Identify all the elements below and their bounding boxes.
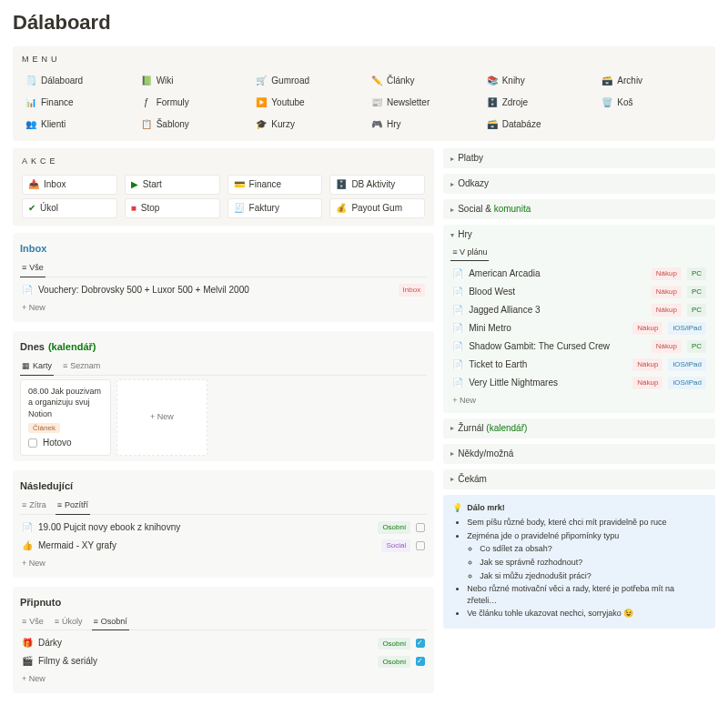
- nasledujici-title: Následující: [20, 476, 427, 497]
- page-icon: 📄: [452, 358, 463, 371]
- tab-karty[interactable]: ▦Karty: [20, 358, 54, 376]
- checkbox[interactable]: [28, 438, 37, 448]
- action-db-aktivity[interactable]: 🗄️DB Aktivity: [329, 175, 425, 195]
- menu-hry[interactable]: 🎮Hry: [368, 116, 476, 134]
- tab-úkoly[interactable]: ≡Úkoly: [53, 613, 85, 630]
- lightbulb-icon: 💡: [452, 502, 462, 514]
- side-hry: ▾Hry ≡ V plánu 📄American ArcadiaNákup PC…: [443, 225, 715, 412]
- dnes-title: Dnes (kalendář): [20, 337, 427, 358]
- page-icon: 📄: [452, 267, 463, 280]
- action-finance[interactable]: 💳Finance: [228, 175, 323, 195]
- page-icon: 📄: [452, 322, 463, 335]
- side-cekam[interactable]: ▸Čekám: [443, 469, 715, 489]
- menu-icon: ✏️: [371, 76, 382, 86]
- tab-vse[interactable]: ≡Vše: [20, 259, 46, 277]
- action-icon: 🗄️: [336, 178, 347, 191]
- menu-archiv[interactable]: 🗃️Archiv: [598, 72, 706, 90]
- page-icon: 📄: [452, 340, 463, 353]
- menu-šablony[interactable]: 📋Šablony: [137, 116, 246, 134]
- menu-icon: 🗃️: [487, 119, 498, 130]
- game-row[interactable]: 📄American ArcadiaNákup PC: [450, 265, 708, 283]
- menu-icon: 🗄️: [487, 97, 498, 108]
- action-úkol[interactable]: ✔Úkol: [22, 198, 117, 218]
- page-icon: 📄: [452, 377, 463, 389]
- side-zurnal[interactable]: ▸Žurnál (kalendář): [443, 418, 715, 438]
- menu-icon: 🎓: [256, 119, 267, 130]
- action-inbox[interactable]: 📥Inbox: [22, 175, 117, 195]
- menu-wiki[interactable]: 📗Wiki: [137, 72, 246, 90]
- menu-články[interactable]: ✏️Články: [368, 72, 476, 90]
- tab-vplanu[interactable]: ≡ V plánu: [450, 245, 489, 261]
- menu-icon: 📊: [25, 97, 36, 108]
- checkbox[interactable]: [416, 523, 425, 532]
- tab-osobní[interactable]: ≡Osobní: [92, 613, 129, 631]
- menu-dálaboard[interactable]: 🗒️Dálaboard: [22, 72, 130, 90]
- game-row[interactable]: 📄Ticket to EarthNákup iOS/iPad: [450, 356, 708, 374]
- menu-zdroje[interactable]: 🗄️Zdroje: [483, 94, 592, 112]
- menu-icon: 📚: [487, 76, 498, 86]
- list-item[interactable]: 👍Mermaid - XY grafySocial: [20, 537, 427, 555]
- side-social[interactable]: ▸Social & komunita: [443, 199, 715, 219]
- action-icon: ■: [131, 202, 136, 215]
- game-row[interactable]: 📄Shadow Gambit: The Cursed CrewNákup PC: [450, 337, 708, 356]
- menu-koš[interactable]: 🗑️Koš: [598, 94, 706, 112]
- game-row[interactable]: 📄Very Little NightmaresNákup iOS/iPad: [450, 374, 708, 392]
- menu-block: MENU 🗒️Dálaboard📗Wiki🛒Gumroad✏️Články📚Kn…: [13, 46, 715, 142]
- checkbox[interactable]: [416, 657, 425, 666]
- actions-block: AKCE 📥Inbox▶Start💳Finance🗄️DB Aktivity✔Ú…: [13, 148, 434, 226]
- menu-icon: 👥: [25, 119, 36, 130]
- game-row[interactable]: 📄Jagged Alliance 3Nákup PC: [450, 301, 708, 319]
- page-icon: 📄: [452, 304, 463, 317]
- tab-zítra[interactable]: ≡Zítra: [20, 497, 48, 514]
- menu-icon: ▶️: [256, 97, 267, 108]
- menu-icon: 📋: [141, 119, 152, 130]
- menu-newsletter[interactable]: 📰Newsletter: [368, 94, 476, 112]
- action-icon: 💰: [336, 202, 347, 215]
- prip-new[interactable]: + New: [20, 670, 427, 688]
- menu-icon: 📗: [141, 76, 152, 86]
- menu-icon: 🗑️: [602, 97, 612, 108]
- checkbox[interactable]: [416, 639, 425, 648]
- inbox-new[interactable]: + New: [20, 299, 427, 317]
- menu-icon: 📰: [371, 97, 382, 108]
- menu-header: MENU: [22, 54, 706, 65]
- menu-youtube[interactable]: ▶️Youtube: [252, 94, 360, 112]
- dnes-new-card[interactable]: + New: [116, 379, 207, 456]
- checkbox[interactable]: [416, 541, 425, 550]
- side-platby[interactable]: ▸Platby: [443, 148, 715, 168]
- hry-new[interactable]: + New: [450, 392, 708, 409]
- action-stop[interactable]: ■Stop: [125, 198, 220, 218]
- tab-vše[interactable]: ≡Vše: [20, 613, 46, 630]
- menu-databáze[interactable]: 🗃️Databáze: [483, 116, 592, 134]
- list-item[interactable]: 🎁DárkyOsobní: [20, 634, 427, 652]
- game-row[interactable]: 📄Blood WestNákup PC: [450, 283, 708, 301]
- menu-icon: 🗃️: [602, 76, 612, 86]
- nasledujici-section: Následující ≡Zítra≡Pozítří 📄19.00 Pujcit…: [13, 470, 434, 578]
- menu-icon: ƒ: [141, 97, 152, 108]
- tab-pozítří[interactable]: ≡Pozítří: [56, 497, 90, 515]
- game-row[interactable]: 📄Mini MetroNákup iOS/iPad: [450, 319, 708, 337]
- menu-klienti[interactable]: 👥Klienti: [22, 116, 130, 134]
- menu-gumroad[interactable]: 🛒Gumroad: [252, 72, 360, 90]
- action-icon: 📥: [28, 178, 39, 191]
- list-item[interactable]: 📄19.00 Pujcit novy ebook z knihovnyOsobn…: [20, 519, 427, 537]
- action-payout-gum[interactable]: 💰Payout Gum: [329, 198, 425, 218]
- dnes-section: Dnes (kalendář) ▦Karty≡Seznam 08.00 Jak …: [13, 331, 434, 461]
- action-start[interactable]: ▶Start: [125, 175, 220, 195]
- action-icon: ✔: [28, 202, 35, 215]
- dnes-card[interactable]: 08.00 Jak pouzivam a organizuju svuj Not…: [20, 379, 111, 456]
- menu-kurzy[interactable]: 🎓Kurzy: [252, 116, 360, 134]
- nasl-new[interactable]: + New: [20, 555, 427, 572]
- action-faktury[interactable]: 🧾Faktury: [228, 198, 323, 218]
- menu-knihy[interactable]: 📚Knihy: [483, 72, 592, 90]
- action-icon: ▶: [131, 178, 138, 191]
- pripnuto-title: Připnuto: [20, 592, 427, 613]
- inbox-row[interactable]: 📄Vouchery: Dobrovsky 500 + Luxor 500 + M…: [20, 281, 427, 299]
- menu-finance[interactable]: 📊Finance: [22, 94, 130, 112]
- menu-formuly[interactable]: ƒFormuly: [137, 94, 246, 112]
- side-hry-toggle[interactable]: ▾Hry: [450, 228, 708, 241]
- side-odkazy[interactable]: ▸Odkazy: [443, 174, 715, 194]
- list-item[interactable]: 🎬Filmy & seriályOsobní: [20, 652, 427, 670]
- tab-seznam[interactable]: ≡Seznam: [61, 358, 102, 375]
- side-nekdy[interactable]: ▸Někdy/možná: [443, 444, 715, 464]
